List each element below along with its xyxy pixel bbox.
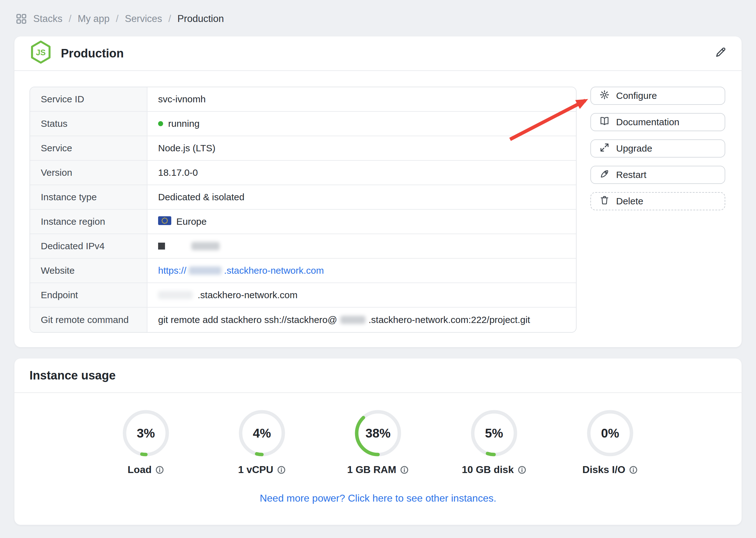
gauge-label-text: Load	[128, 464, 152, 475]
detail-row-status: Status running	[30, 112, 576, 136]
gauge-percent: 0%	[585, 408, 635, 458]
detail-label: Service ID	[30, 87, 147, 111]
edit-button[interactable]	[715, 46, 727, 61]
detail-label: Instance type	[30, 185, 147, 209]
documentation-button[interactable]: Documentation	[591, 113, 725, 131]
detail-row-git-remote: Git remote command git remote add stackh…	[30, 308, 576, 332]
gauge-ring: 5%	[469, 408, 519, 458]
service-card-body: Service ID svc-ivnomh Status running Ser…	[15, 71, 741, 347]
info-icon[interactable]	[155, 465, 164, 474]
gauge-percent: 5%	[469, 408, 519, 458]
detail-label: Endpoint	[30, 283, 147, 307]
gauge-disks-io: 0% Disks I/O	[552, 408, 668, 475]
info-icon[interactable]	[277, 465, 286, 474]
restart-button[interactable]: Restart	[591, 166, 725, 184]
detail-value: Dedicated & isolated	[147, 185, 576, 209]
delete-button-label: Delete	[616, 196, 643, 206]
detail-row-dedicated-ipv4: Dedicated IPv4	[30, 234, 576, 259]
breadcrumb-item-my-app[interactable]: My app	[78, 13, 110, 25]
gauge-ring: 4%	[237, 408, 287, 458]
eu-flag-icon	[158, 216, 171, 227]
configure-button[interactable]: Configure	[591, 87, 725, 105]
detail-label: Status	[30, 112, 147, 135]
info-icon[interactable]	[629, 465, 638, 474]
gauge-label-text: 1 vCPU	[238, 464, 273, 475]
website-link[interactable]: https:// .stackhero-network.com	[158, 265, 324, 276]
detail-value: https:// .stackhero-network.com	[147, 259, 576, 283]
service-type-value: Node.js (LTS)	[158, 143, 215, 153]
breadcrumb-separator: /	[168, 13, 171, 25]
page: Stacks / My app / Services / Production …	[0, 0, 756, 538]
detail-label: Dedicated IPv4	[30, 234, 147, 258]
endpoint-value: .stackhero-network.com	[198, 290, 297, 300]
service-card: JS Production Service ID svc-ivnomh	[15, 36, 741, 347]
usage-card-body: 3% Load	[15, 393, 741, 525]
detail-label: Instance region	[30, 210, 147, 234]
git-command-suffix: .stackhero-network.com:222/project.git	[369, 314, 530, 325]
detail-row-website: Website https:// .stackhero-network.com	[30, 259, 576, 283]
usage-card-header: Instance usage	[15, 358, 741, 393]
redacted-endpoint-segment	[158, 291, 193, 299]
book-icon	[599, 116, 610, 129]
info-icon[interactable]	[400, 465, 409, 474]
detail-value: 18.17.0-0	[147, 161, 576, 185]
git-command-prefix: git remote add stackhero ssh://stackhero…	[158, 314, 337, 325]
delete-button[interactable]: Delete	[591, 192, 725, 210]
gauge-load: 3% Load	[88, 408, 204, 475]
breadcrumb-separator: /	[69, 13, 71, 25]
usage-card-title: Instance usage	[29, 369, 116, 382]
version-value: 18.17.0-0	[158, 167, 198, 178]
trash-icon	[599, 195, 610, 208]
info-icon[interactable]	[518, 465, 526, 474]
gauge-vcpu: 4% 1 vCPU	[204, 408, 320, 475]
stacks-grid-icon	[16, 13, 27, 25]
detail-label: Service	[30, 136, 147, 160]
gauge-label-text: 1 GB RAM	[347, 464, 396, 475]
gauge-ram: 38% 1 GB RAM	[320, 408, 436, 475]
redacted-website-segment	[189, 266, 221, 275]
detail-value	[147, 234, 576, 258]
gauge-label-text: 10 GB disk	[462, 464, 513, 475]
service-card-header: JS Production	[15, 36, 741, 71]
restart-button-label: Restart	[616, 170, 646, 180]
instance-type-value: Dedicated & isolated	[158, 192, 244, 202]
detail-value: svc-ivnomh	[147, 87, 576, 111]
service-id-value: svc-ivnomh	[158, 94, 206, 105]
detail-label: Website	[30, 259, 147, 283]
more-instances-link[interactable]: Need more power? Click here to see other…	[15, 493, 741, 504]
svg-text:JS: JS	[36, 48, 45, 57]
page-title: Production	[61, 47, 124, 60]
gauge-ring: 3%	[121, 408, 171, 458]
breadcrumb-item-stacks[interactable]: Stacks	[33, 13, 63, 25]
rocket-icon	[599, 169, 610, 182]
upgrade-button-label: Upgrade	[616, 143, 652, 154]
detail-value: .stackhero-network.com	[147, 283, 576, 307]
detail-value: running	[147, 112, 576, 135]
detail-row-version: Version 18.17.0-0	[30, 161, 576, 185]
service-details-table: Service ID svc-ivnomh Status running Ser…	[29, 87, 577, 333]
gauge-percent: 4%	[237, 408, 287, 458]
detail-row-instance-region: Instance region	[30, 210, 576, 234]
breadcrumb-item-services[interactable]: Services	[125, 13, 162, 25]
status-dot-icon	[158, 121, 163, 126]
detail-value: Node.js (LTS)	[147, 136, 576, 160]
redacted-git-segment	[340, 316, 365, 324]
gauge-ring: 38%	[353, 408, 403, 458]
gear-icon	[599, 89, 610, 102]
detail-row-service-id: Service ID svc-ivnomh	[30, 87, 576, 112]
website-link-prefix: https://	[158, 265, 186, 276]
instance-usage-card: Instance usage 3% Load	[15, 358, 741, 525]
detail-label: Version	[30, 161, 147, 185]
detail-row-service: Service Node.js (LTS)	[30, 136, 576, 161]
configure-button-label: Configure	[616, 90, 657, 101]
pencil-icon	[715, 46, 727, 61]
breadcrumb-separator: /	[116, 13, 118, 25]
upgrade-button[interactable]: Upgrade	[591, 139, 725, 158]
service-actions: Configure Documentation	[591, 87, 725, 333]
documentation-button-label: Documentation	[616, 117, 680, 128]
detail-row-instance-type: Instance type Dedicated & isolated	[30, 185, 576, 210]
gauge-ring: 0%	[585, 408, 635, 458]
breadcrumb: Stacks / My app / Services / Production	[15, 0, 741, 36]
breadcrumb-item-production: Production	[177, 13, 224, 25]
detail-value: git remote add stackhero ssh://stackhero…	[147, 308, 576, 332]
